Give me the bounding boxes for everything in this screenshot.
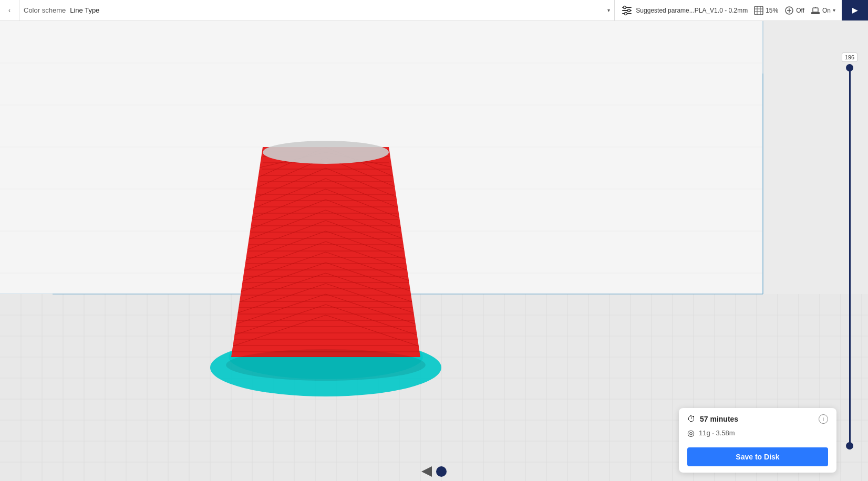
toolbar-left: ‹ — [0, 0, 19, 20]
infill-icon — [754, 6, 763, 15]
save-to-disk-button[interactable]: Save to Disk — [687, 447, 828, 466]
color-scheme-value: Line Type — [70, 6, 99, 14]
suggested-params-label: Suggested parame...PLA_V1.0 - 0.2mm — [636, 7, 748, 14]
adhesion-param[interactable]: On ▾ — [811, 6, 835, 15]
slider-handle-bottom[interactable] — [846, 442, 853, 449]
filament-label: 11g · 3.58m — [699, 429, 735, 437]
layer-slider[interactable]: 196 — [842, 53, 857, 449]
infill-param[interactable]: 15% — [754, 6, 778, 15]
nav-arrows — [421, 466, 447, 477]
suggested-params[interactable]: Suggested parame...PLA_V1.0 - 0.2mm — [621, 5, 748, 16]
svg-rect-15 — [813, 8, 818, 12]
viewport: 196 ⏱ 57 minutes i ◎ 11g · 3.58m Save to… — [0, 21, 868, 481]
help-button[interactable]: i — [819, 414, 828, 424]
filament-icon: ◎ — [687, 428, 695, 438]
color-scheme-label: Color scheme — [24, 6, 66, 14]
adhesion-value: On — [822, 7, 831, 14]
svg-point-4 — [628, 9, 631, 12]
nav-dot — [436, 466, 447, 477]
layer-value: 196 — [842, 53, 857, 62]
time-icon: ⏱ — [687, 414, 696, 424]
toolbar: ‹ Color scheme Line Type ▾ Suggested par… — [0, 0, 868, 21]
time-label: 57 minutes — [700, 415, 814, 423]
support-icon — [784, 6, 794, 15]
svg-point-3 — [624, 6, 626, 8]
svg-point-155 — [226, 349, 426, 381]
back-chevron[interactable]: ‹ — [4, 5, 15, 16]
support-param[interactable]: Off — [784, 6, 804, 15]
toolbar-right: Suggested parame...PLA_V1.0 - 0.2mm 15% … — [614, 0, 842, 20]
svg-point-154 — [263, 141, 389, 164]
help-icon: i — [823, 416, 824, 422]
slider-handle-top[interactable] — [846, 64, 853, 71]
slice-button[interactable]: ▶ — [842, 0, 868, 20]
svg-point-5 — [625, 12, 627, 15]
time-row: ⏱ 57 minutes i — [687, 414, 828, 424]
support-value: Off — [796, 7, 804, 14]
color-scheme-arrow: ▾ — [607, 7, 610, 13]
color-scheme-section: Color scheme Line Type ▾ — [19, 6, 614, 14]
slider-track[interactable] — [849, 64, 851, 449]
filament-row: ◎ 11g · 3.58m — [687, 428, 828, 438]
info-panel: ⏱ 57 minutes i ◎ 11g · 3.58m Save to Dis… — [679, 408, 836, 473]
infill-value: 15% — [766, 7, 778, 14]
params-arrow[interactable]: ▾ — [833, 7, 835, 13]
nav-left-arrow[interactable] — [421, 466, 432, 477]
color-scheme-dropdown[interactable]: Line Type ▾ — [70, 6, 610, 14]
svg-rect-6 — [755, 6, 763, 15]
adhesion-icon — [811, 6, 820, 15]
settings-icon — [621, 5, 633, 16]
